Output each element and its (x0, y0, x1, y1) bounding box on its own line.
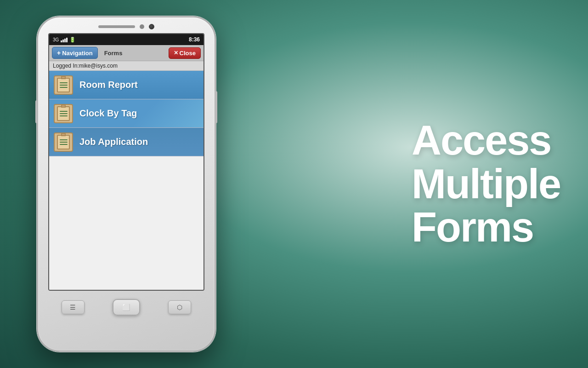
clipboard-line-1a (60, 82, 68, 83)
navigation-button[interactable]: + Navigation (52, 47, 98, 59)
signal-bars (61, 37, 68, 42)
back-icon: ☰ (70, 304, 76, 311)
status-left: 3G 🔋 (53, 37, 76, 43)
speaker-grille (98, 25, 135, 28)
close-x-icon: ✕ (174, 50, 178, 56)
network-indicator: 3G (53, 37, 59, 42)
phone-mockup: 3G 🔋 8:36 + Navigation (37, 16, 216, 352)
clipboard-clip-1 (61, 76, 66, 79)
phone-shell: 3G 🔋 8:36 + Navigation (37, 16, 216, 352)
close-label: Close (180, 50, 196, 57)
battery-icon: 🔋 (69, 37, 76, 43)
plus-icon: + (57, 49, 61, 57)
phone-screen: 3G 🔋 8:36 + Navigation (48, 33, 204, 291)
promo-line-2: Multiple (412, 162, 560, 206)
form-icon-job-application (54, 132, 73, 152)
sensor-dot (140, 24, 144, 29)
clipboard-line-1b (60, 85, 68, 86)
promo-text-block: Access Multiple Forms (412, 119, 560, 249)
form-label-clock-by-tag: Clock By Tag (79, 108, 137, 119)
form-label-room-report: Room Report (79, 80, 138, 90)
forms-button[interactable]: Forms (100, 48, 127, 58)
forms-list: Room Report Clock By Tag (49, 71, 204, 291)
clipboard-clip-3 (61, 133, 66, 136)
signal-bar-2 (62, 40, 64, 42)
clipboard-line-2a (60, 111, 68, 112)
clipboard-line-2b (60, 113, 68, 114)
promo-line-3: Forms (412, 206, 560, 249)
status-bar: 3G 🔋 8:36 (49, 34, 204, 45)
logged-in-text: Logged In:mike@isys.com (53, 63, 118, 69)
clipboard-line-1c (60, 87, 68, 88)
power-button (215, 91, 217, 123)
logged-in-bar: Logged In:mike@isys.com (49, 61, 204, 71)
home-button[interactable]: ⬜ (113, 299, 140, 316)
navigation-label: Navigation (62, 50, 92, 57)
app-navbar: + Navigation Forms ✕ Close (49, 45, 204, 61)
form-icon-clock-by-tag (54, 104, 73, 123)
form-item-job-application[interactable]: Job Application (49, 128, 204, 156)
signal-bar-3 (64, 39, 66, 42)
clipboard-line-3b (60, 142, 68, 143)
clipboard-body-3 (57, 135, 70, 150)
clipboard-body-2 (57, 106, 70, 121)
signal-bar-4 (66, 38, 68, 42)
front-camera (149, 24, 154, 29)
phone-bottom-nav: ☰ ⬜ ⬡ (38, 293, 215, 324)
empty-content-area (49, 156, 204, 291)
volume-button (35, 100, 38, 123)
clipboard-clip-2 (61, 104, 66, 108)
back-button[interactable]: ☰ (62, 300, 85, 314)
recent-apps-button[interactable]: ⬡ (168, 300, 191, 314)
promo-line-1: Access (412, 119, 560, 162)
clipboard-line-2c (60, 115, 68, 116)
form-label-job-application: Job Application (79, 137, 148, 147)
form-item-clock-by-tag[interactable]: Clock By Tag (49, 99, 204, 128)
forms-label: Forms (104, 50, 123, 57)
home-icon: ⬜ (122, 304, 130, 311)
phone-top (38, 17, 215, 29)
recent-icon: ⬡ (177, 304, 182, 311)
signal-bar-1 (61, 40, 62, 42)
form-item-room-report[interactable]: Room Report (49, 71, 204, 99)
clipboard-body-1 (57, 78, 70, 92)
status-time: 8:36 (189, 36, 200, 43)
clipboard-line-3a (60, 139, 68, 140)
close-button[interactable]: ✕ Close (169, 47, 201, 59)
form-icon-room-report (54, 75, 73, 95)
clipboard-line-3c (60, 144, 68, 145)
